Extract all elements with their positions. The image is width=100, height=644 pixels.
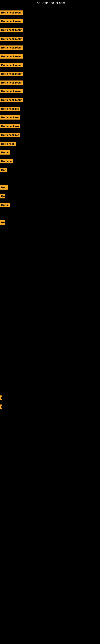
bottleneck-badge-20[interactable]: Bott (0, 185, 8, 190)
bottleneck-badge-15[interactable]: Bottleneck res (0, 133, 20, 137)
bottleneck-badge-7[interactable]: Bottleneck result (0, 63, 23, 67)
bottleneck-badge-17[interactable]: Bottle (0, 150, 10, 154)
bottleneck-badge-12[interactable]: Bottleneck res (0, 107, 20, 111)
bottleneck-badge-22[interactable]: Bottle (0, 203, 10, 207)
bottleneck-badge-25[interactable]: r (0, 404, 2, 409)
bottleneck-badge-10[interactable]: Bottleneck result (0, 89, 23, 94)
bottleneck-badge-2[interactable]: Bottleneck result (0, 19, 23, 23)
bottleneck-badge-19[interactable]: Bot (0, 168, 7, 172)
bottleneck-badge-9[interactable]: Bottleneck result (0, 80, 23, 85)
bottleneck-badge-8[interactable]: Bottleneck result (0, 72, 23, 76)
bottleneck-badge-3[interactable]: Bottleneck result (0, 28, 23, 32)
bottleneck-badge-18[interactable]: Bottlene (0, 159, 13, 164)
bottleneck-badge-4[interactable]: Bottleneck result (0, 37, 23, 41)
bottleneck-badge-21[interactable]: Bo (0, 194, 5, 198)
bottleneck-badge-1[interactable]: Bottleneck result (0, 10, 23, 15)
bottleneck-badge-13[interactable]: Bottleneck res (0, 115, 20, 120)
bottleneck-badge-24[interactable]: | (0, 396, 2, 400)
bottleneck-badge-23[interactable]: Bo (0, 220, 5, 224)
bottleneck-badge-5[interactable]: Bottleneck result (0, 46, 23, 50)
site-title: TheBottlenecker.com (0, 0, 100, 6)
bottleneck-badge-11[interactable]: Bottleneck result (0, 98, 23, 102)
bottleneck-badge-16[interactable]: Bottleneck (0, 142, 16, 146)
bottleneck-badge-14[interactable]: Bottleneck res (0, 124, 20, 128)
bottleneck-badge-6[interactable]: Bottleneck result (0, 54, 23, 58)
